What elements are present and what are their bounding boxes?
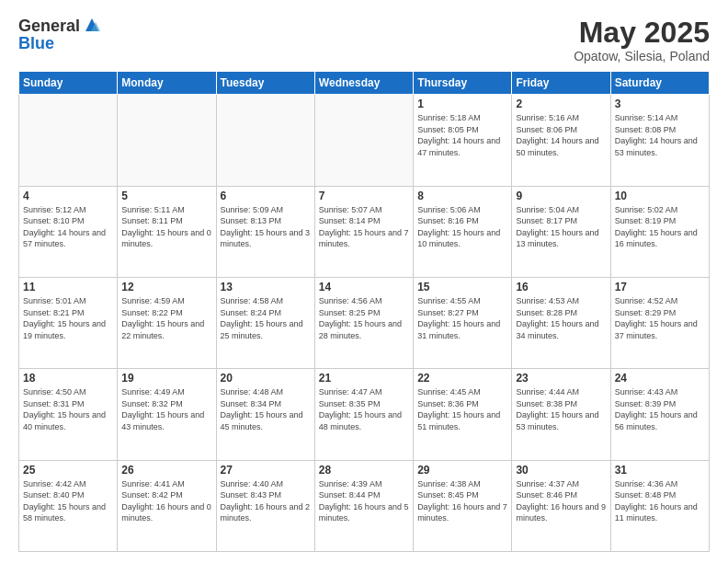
- day-info: Sunrise: 5:18 AM Sunset: 8:05 PM Dayligh…: [417, 112, 507, 158]
- calendar-cell: 23Sunrise: 4:44 AM Sunset: 8:38 PM Dayli…: [512, 369, 610, 460]
- day-number: 27: [221, 464, 311, 477]
- day-info: Sunrise: 4:41 AM Sunset: 8:42 PM Dayligh…: [121, 478, 211, 524]
- day-info: Sunrise: 5:06 AM Sunset: 8:16 PM Dayligh…: [417, 204, 507, 250]
- calendar-cell: 19Sunrise: 4:49 AM Sunset: 8:32 PM Dayli…: [118, 369, 216, 460]
- calendar-week-row-3: 11Sunrise: 5:01 AM Sunset: 8:21 PM Dayli…: [19, 277, 710, 368]
- day-number: 4: [23, 190, 113, 202]
- calendar-cell: 17Sunrise: 4:52 AM Sunset: 8:29 PM Dayli…: [610, 277, 709, 368]
- day-number: 11: [23, 281, 113, 293]
- calendar-cell: 27Sunrise: 4:40 AM Sunset: 8:43 PM Dayli…: [216, 460, 314, 551]
- calendar-cell: 8Sunrise: 5:06 AM Sunset: 8:16 PM Daylig…: [414, 186, 512, 277]
- calendar-cell: 4Sunrise: 5:12 AM Sunset: 8:10 PM Daylig…: [19, 186, 118, 277]
- calendar-cell: 15Sunrise: 4:55 AM Sunset: 8:27 PM Dayli…: [414, 277, 512, 368]
- day-info: Sunrise: 4:43 AM Sunset: 8:39 PM Dayligh…: [615, 386, 705, 432]
- day-info: Sunrise: 4:42 AM Sunset: 8:40 PM Dayligh…: [23, 478, 113, 524]
- day-info: Sunrise: 4:37 AM Sunset: 8:46 PM Dayligh…: [516, 478, 606, 524]
- calendar-cell: 11Sunrise: 5:01 AM Sunset: 8:21 PM Dayli…: [19, 277, 118, 368]
- day-number: 6: [221, 190, 311, 202]
- title-block: May 2025 Opatow, Silesia, Poland: [574, 17, 710, 63]
- calendar-cell: 3Sunrise: 5:14 AM Sunset: 8:08 PM Daylig…: [610, 95, 709, 186]
- day-number: 17: [615, 281, 705, 293]
- calendar-cell: 18Sunrise: 4:50 AM Sunset: 8:31 PM Dayli…: [19, 369, 118, 460]
- day-info: Sunrise: 4:53 AM Sunset: 8:28 PM Dayligh…: [516, 295, 606, 341]
- calendar-week-row-1: 1Sunrise: 5:18 AM Sunset: 8:05 PM Daylig…: [19, 95, 710, 186]
- calendar-cell: [216, 95, 314, 186]
- day-number: 28: [319, 464, 409, 477]
- day-info: Sunrise: 4:36 AM Sunset: 8:48 PM Dayligh…: [615, 478, 705, 524]
- col-thursday: Thursday: [414, 72, 512, 95]
- calendar-week-row-5: 25Sunrise: 4:42 AM Sunset: 8:40 PM Dayli…: [19, 460, 710, 551]
- day-number: 20: [221, 372, 311, 385]
- calendar-cell: 2Sunrise: 5:16 AM Sunset: 8:06 PM Daylig…: [512, 95, 610, 186]
- location-subtitle: Opatow, Silesia, Poland: [574, 49, 710, 63]
- calendar-cell: 24Sunrise: 4:43 AM Sunset: 8:39 PM Dayli…: [610, 369, 709, 460]
- day-info: Sunrise: 5:01 AM Sunset: 8:21 PM Dayligh…: [23, 295, 113, 341]
- day-number: 2: [516, 98, 606, 110]
- day-info: Sunrise: 5:11 AM Sunset: 8:11 PM Dayligh…: [121, 204, 211, 250]
- day-number: 16: [516, 281, 606, 293]
- day-info: Sunrise: 4:44 AM Sunset: 8:38 PM Dayligh…: [516, 386, 606, 432]
- calendar-cell: 5Sunrise: 5:11 AM Sunset: 8:11 PM Daylig…: [118, 186, 216, 277]
- calendar-cell: 12Sunrise: 4:59 AM Sunset: 8:22 PM Dayli…: [118, 277, 216, 368]
- col-saturday: Saturday: [610, 72, 709, 95]
- day-info: Sunrise: 5:04 AM Sunset: 8:17 PM Dayligh…: [516, 204, 606, 250]
- day-number: 21: [319, 372, 409, 385]
- calendar-cell: 20Sunrise: 4:48 AM Sunset: 8:34 PM Dayli…: [216, 369, 314, 460]
- day-number: 1: [417, 98, 507, 110]
- calendar-cell: 31Sunrise: 4:36 AM Sunset: 8:48 PM Dayli…: [610, 460, 709, 551]
- calendar-header-row: Sunday Monday Tuesday Wednesday Thursday…: [19, 72, 710, 95]
- day-number: 18: [23, 372, 113, 385]
- day-info: Sunrise: 4:40 AM Sunset: 8:43 PM Dayligh…: [221, 478, 311, 524]
- day-info: Sunrise: 4:59 AM Sunset: 8:22 PM Dayligh…: [121, 295, 211, 341]
- col-friday: Friday: [512, 72, 610, 95]
- day-number: 10: [615, 190, 705, 202]
- day-number: 14: [319, 281, 409, 293]
- day-number: 8: [417, 190, 507, 202]
- day-info: Sunrise: 4:39 AM Sunset: 8:44 PM Dayligh…: [319, 478, 409, 524]
- logo-icon: [82, 15, 102, 35]
- day-info: Sunrise: 4:56 AM Sunset: 8:25 PM Dayligh…: [319, 295, 409, 341]
- day-info: Sunrise: 4:58 AM Sunset: 8:24 PM Dayligh…: [221, 295, 311, 341]
- calendar-cell: 1Sunrise: 5:18 AM Sunset: 8:05 PM Daylig…: [414, 95, 512, 186]
- calendar-cell: [118, 95, 216, 186]
- day-info: Sunrise: 5:02 AM Sunset: 8:19 PM Dayligh…: [615, 204, 705, 250]
- month-title: May 2025: [574, 17, 710, 49]
- calendar-cell: 21Sunrise: 4:47 AM Sunset: 8:35 PM Dayli…: [314, 369, 413, 460]
- day-info: Sunrise: 4:55 AM Sunset: 8:27 PM Dayligh…: [417, 295, 507, 341]
- day-number: 15: [417, 281, 507, 293]
- day-info: Sunrise: 5:16 AM Sunset: 8:06 PM Dayligh…: [516, 112, 606, 158]
- day-number: 31: [615, 464, 705, 477]
- logo-blue: Blue: [18, 34, 54, 52]
- calendar-cell: [314, 95, 413, 186]
- day-info: Sunrise: 4:49 AM Sunset: 8:32 PM Dayligh…: [121, 386, 211, 432]
- calendar-cell: 25Sunrise: 4:42 AM Sunset: 8:40 PM Dayli…: [19, 460, 118, 551]
- day-number: 9: [516, 190, 606, 202]
- day-number: 24: [615, 372, 705, 385]
- day-info: Sunrise: 5:07 AM Sunset: 8:14 PM Dayligh…: [319, 204, 409, 250]
- calendar-cell: 16Sunrise: 4:53 AM Sunset: 8:28 PM Dayli…: [512, 277, 610, 368]
- calendar-week-row-2: 4Sunrise: 5:12 AM Sunset: 8:10 PM Daylig…: [19, 186, 710, 277]
- day-number: 25: [23, 464, 113, 477]
- day-number: 12: [121, 281, 211, 293]
- day-number: 23: [516, 372, 606, 385]
- logo: General Blue: [18, 17, 102, 52]
- page-header: General Blue May 2025 Opatow, Silesia, P…: [18, 17, 710, 63]
- day-number: 5: [121, 190, 211, 202]
- calendar-week-row-4: 18Sunrise: 4:50 AM Sunset: 8:31 PM Dayli…: [19, 369, 710, 460]
- day-info: Sunrise: 4:50 AM Sunset: 8:31 PM Dayligh…: [23, 386, 113, 432]
- calendar-cell: 26Sunrise: 4:41 AM Sunset: 8:42 PM Dayli…: [118, 460, 216, 551]
- col-tuesday: Tuesday: [216, 72, 314, 95]
- day-info: Sunrise: 4:45 AM Sunset: 8:36 PM Dayligh…: [417, 386, 507, 432]
- calendar-cell: 30Sunrise: 4:37 AM Sunset: 8:46 PM Dayli…: [512, 460, 610, 551]
- calendar-cell: [19, 95, 118, 186]
- calendar-cell: 22Sunrise: 4:45 AM Sunset: 8:36 PM Dayli…: [414, 369, 512, 460]
- calendar-cell: 7Sunrise: 5:07 AM Sunset: 8:14 PM Daylig…: [314, 186, 413, 277]
- calendar-cell: 29Sunrise: 4:38 AM Sunset: 8:45 PM Dayli…: [414, 460, 512, 551]
- col-sunday: Sunday: [19, 72, 118, 95]
- col-monday: Monday: [118, 72, 216, 95]
- day-info: Sunrise: 5:14 AM Sunset: 8:08 PM Dayligh…: [615, 112, 705, 158]
- day-info: Sunrise: 4:38 AM Sunset: 8:45 PM Dayligh…: [417, 478, 507, 524]
- calendar-cell: 9Sunrise: 5:04 AM Sunset: 8:17 PM Daylig…: [512, 186, 610, 277]
- day-number: 19: [121, 372, 211, 385]
- day-number: 7: [319, 190, 409, 202]
